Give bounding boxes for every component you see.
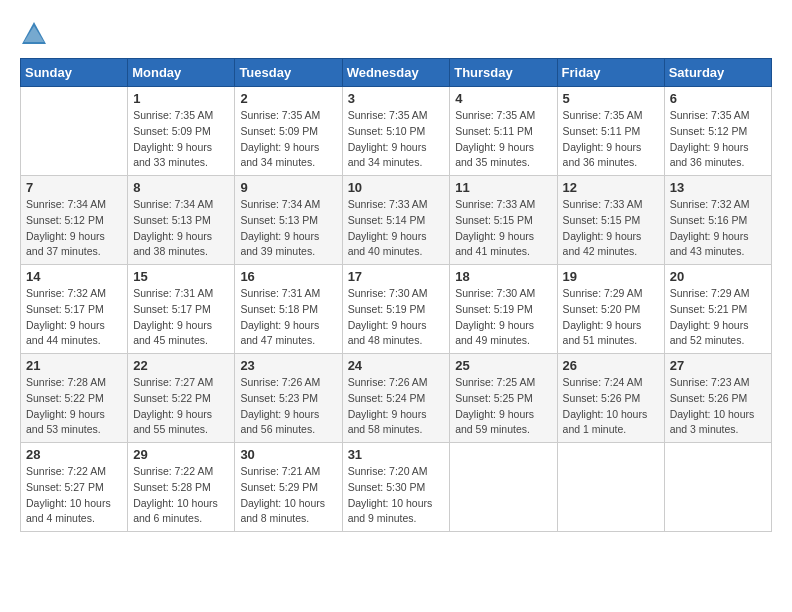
header xyxy=(20,20,772,48)
day-info: Sunrise: 7:32 AMSunset: 5:16 PMDaylight:… xyxy=(670,197,766,260)
calendar-day-cell: 24Sunrise: 7:26 AMSunset: 5:24 PMDayligh… xyxy=(342,354,450,443)
day-number: 1 xyxy=(133,91,229,106)
calendar-day-cell xyxy=(557,443,664,532)
day-info: Sunrise: 7:24 AMSunset: 5:26 PMDaylight:… xyxy=(563,375,659,438)
svg-marker-1 xyxy=(24,26,44,42)
day-number: 21 xyxy=(26,358,122,373)
calendar-day-cell: 4Sunrise: 7:35 AMSunset: 5:11 PMDaylight… xyxy=(450,87,557,176)
calendar-week-row: 7Sunrise: 7:34 AMSunset: 5:12 PMDaylight… xyxy=(21,176,772,265)
day-info: Sunrise: 7:25 AMSunset: 5:25 PMDaylight:… xyxy=(455,375,551,438)
calendar-day-cell: 8Sunrise: 7:34 AMSunset: 5:13 PMDaylight… xyxy=(128,176,235,265)
day-info: Sunrise: 7:34 AMSunset: 5:13 PMDaylight:… xyxy=(240,197,336,260)
day-number: 8 xyxy=(133,180,229,195)
weekday-header: Monday xyxy=(128,59,235,87)
day-number: 25 xyxy=(455,358,551,373)
calendar-day-cell xyxy=(664,443,771,532)
calendar-day-cell: 17Sunrise: 7:30 AMSunset: 5:19 PMDayligh… xyxy=(342,265,450,354)
day-number: 30 xyxy=(240,447,336,462)
calendar-day-cell: 23Sunrise: 7:26 AMSunset: 5:23 PMDayligh… xyxy=(235,354,342,443)
calendar-week-row: 14Sunrise: 7:32 AMSunset: 5:17 PMDayligh… xyxy=(21,265,772,354)
calendar-day-cell: 12Sunrise: 7:33 AMSunset: 5:15 PMDayligh… xyxy=(557,176,664,265)
day-number: 7 xyxy=(26,180,122,195)
calendar-week-row: 1Sunrise: 7:35 AMSunset: 5:09 PMDaylight… xyxy=(21,87,772,176)
day-info: Sunrise: 7:35 AMSunset: 5:09 PMDaylight:… xyxy=(133,108,229,171)
day-number: 11 xyxy=(455,180,551,195)
calendar-day-cell: 6Sunrise: 7:35 AMSunset: 5:12 PMDaylight… xyxy=(664,87,771,176)
day-number: 13 xyxy=(670,180,766,195)
calendar-day-cell: 1Sunrise: 7:35 AMSunset: 5:09 PMDaylight… xyxy=(128,87,235,176)
day-number: 2 xyxy=(240,91,336,106)
calendar-day-cell: 19Sunrise: 7:29 AMSunset: 5:20 PMDayligh… xyxy=(557,265,664,354)
calendar-day-cell: 3Sunrise: 7:35 AMSunset: 5:10 PMDaylight… xyxy=(342,87,450,176)
day-number: 15 xyxy=(133,269,229,284)
calendar-day-cell: 16Sunrise: 7:31 AMSunset: 5:18 PMDayligh… xyxy=(235,265,342,354)
day-info: Sunrise: 7:35 AMSunset: 5:10 PMDaylight:… xyxy=(348,108,445,171)
day-number: 16 xyxy=(240,269,336,284)
calendar-day-cell: 30Sunrise: 7:21 AMSunset: 5:29 PMDayligh… xyxy=(235,443,342,532)
day-info: Sunrise: 7:30 AMSunset: 5:19 PMDaylight:… xyxy=(348,286,445,349)
day-number: 23 xyxy=(240,358,336,373)
day-info: Sunrise: 7:26 AMSunset: 5:23 PMDaylight:… xyxy=(240,375,336,438)
calendar-day-cell: 29Sunrise: 7:22 AMSunset: 5:28 PMDayligh… xyxy=(128,443,235,532)
calendar-day-cell: 14Sunrise: 7:32 AMSunset: 5:17 PMDayligh… xyxy=(21,265,128,354)
day-info: Sunrise: 7:22 AMSunset: 5:28 PMDaylight:… xyxy=(133,464,229,527)
day-number: 9 xyxy=(240,180,336,195)
calendar-day-cell xyxy=(450,443,557,532)
day-info: Sunrise: 7:33 AMSunset: 5:15 PMDaylight:… xyxy=(563,197,659,260)
day-number: 24 xyxy=(348,358,445,373)
day-info: Sunrise: 7:31 AMSunset: 5:17 PMDaylight:… xyxy=(133,286,229,349)
day-number: 29 xyxy=(133,447,229,462)
calendar: SundayMondayTuesdayWednesdayThursdayFrid… xyxy=(20,58,772,532)
day-info: Sunrise: 7:33 AMSunset: 5:14 PMDaylight:… xyxy=(348,197,445,260)
day-number: 18 xyxy=(455,269,551,284)
logo-icon xyxy=(20,20,48,48)
day-info: Sunrise: 7:27 AMSunset: 5:22 PMDaylight:… xyxy=(133,375,229,438)
day-number: 31 xyxy=(348,447,445,462)
day-number: 28 xyxy=(26,447,122,462)
weekday-header: Friday xyxy=(557,59,664,87)
calendar-day-cell: 27Sunrise: 7:23 AMSunset: 5:26 PMDayligh… xyxy=(664,354,771,443)
day-number: 19 xyxy=(563,269,659,284)
day-number: 10 xyxy=(348,180,445,195)
calendar-week-row: 21Sunrise: 7:28 AMSunset: 5:22 PMDayligh… xyxy=(21,354,772,443)
day-number: 26 xyxy=(563,358,659,373)
day-number: 6 xyxy=(670,91,766,106)
day-number: 3 xyxy=(348,91,445,106)
day-info: Sunrise: 7:35 AMSunset: 5:11 PMDaylight:… xyxy=(563,108,659,171)
calendar-day-cell: 28Sunrise: 7:22 AMSunset: 5:27 PMDayligh… xyxy=(21,443,128,532)
calendar-day-cell: 20Sunrise: 7:29 AMSunset: 5:21 PMDayligh… xyxy=(664,265,771,354)
day-info: Sunrise: 7:20 AMSunset: 5:30 PMDaylight:… xyxy=(348,464,445,527)
day-info: Sunrise: 7:23 AMSunset: 5:26 PMDaylight:… xyxy=(670,375,766,438)
calendar-day-cell: 9Sunrise: 7:34 AMSunset: 5:13 PMDaylight… xyxy=(235,176,342,265)
calendar-day-cell: 18Sunrise: 7:30 AMSunset: 5:19 PMDayligh… xyxy=(450,265,557,354)
day-info: Sunrise: 7:31 AMSunset: 5:18 PMDaylight:… xyxy=(240,286,336,349)
day-info: Sunrise: 7:30 AMSunset: 5:19 PMDaylight:… xyxy=(455,286,551,349)
weekday-header: Thursday xyxy=(450,59,557,87)
calendar-day-cell: 13Sunrise: 7:32 AMSunset: 5:16 PMDayligh… xyxy=(664,176,771,265)
day-info: Sunrise: 7:29 AMSunset: 5:21 PMDaylight:… xyxy=(670,286,766,349)
day-info: Sunrise: 7:32 AMSunset: 5:17 PMDaylight:… xyxy=(26,286,122,349)
day-number: 20 xyxy=(670,269,766,284)
day-info: Sunrise: 7:29 AMSunset: 5:20 PMDaylight:… xyxy=(563,286,659,349)
day-number: 12 xyxy=(563,180,659,195)
calendar-day-cell: 31Sunrise: 7:20 AMSunset: 5:30 PMDayligh… xyxy=(342,443,450,532)
calendar-day-cell xyxy=(21,87,128,176)
calendar-day-cell: 10Sunrise: 7:33 AMSunset: 5:14 PMDayligh… xyxy=(342,176,450,265)
calendar-day-cell: 5Sunrise: 7:35 AMSunset: 5:11 PMDaylight… xyxy=(557,87,664,176)
calendar-day-cell: 21Sunrise: 7:28 AMSunset: 5:22 PMDayligh… xyxy=(21,354,128,443)
calendar-day-cell: 15Sunrise: 7:31 AMSunset: 5:17 PMDayligh… xyxy=(128,265,235,354)
day-info: Sunrise: 7:34 AMSunset: 5:13 PMDaylight:… xyxy=(133,197,229,260)
calendar-day-cell: 7Sunrise: 7:34 AMSunset: 5:12 PMDaylight… xyxy=(21,176,128,265)
day-info: Sunrise: 7:21 AMSunset: 5:29 PMDaylight:… xyxy=(240,464,336,527)
day-number: 14 xyxy=(26,269,122,284)
weekday-header: Tuesday xyxy=(235,59,342,87)
calendar-day-cell: 26Sunrise: 7:24 AMSunset: 5:26 PMDayligh… xyxy=(557,354,664,443)
weekday-header: Saturday xyxy=(664,59,771,87)
calendar-day-cell: 22Sunrise: 7:27 AMSunset: 5:22 PMDayligh… xyxy=(128,354,235,443)
day-info: Sunrise: 7:22 AMSunset: 5:27 PMDaylight:… xyxy=(26,464,122,527)
day-info: Sunrise: 7:35 AMSunset: 5:11 PMDaylight:… xyxy=(455,108,551,171)
day-info: Sunrise: 7:33 AMSunset: 5:15 PMDaylight:… xyxy=(455,197,551,260)
day-number: 5 xyxy=(563,91,659,106)
day-number: 22 xyxy=(133,358,229,373)
day-info: Sunrise: 7:34 AMSunset: 5:12 PMDaylight:… xyxy=(26,197,122,260)
